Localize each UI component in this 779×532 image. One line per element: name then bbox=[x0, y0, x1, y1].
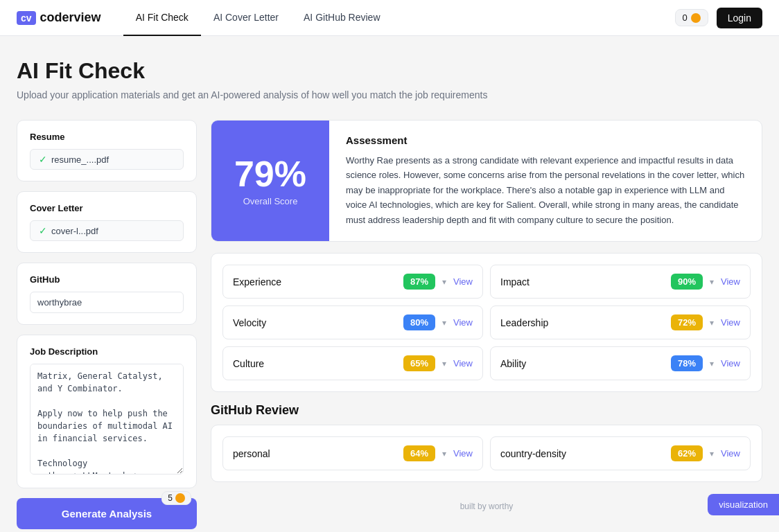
metric-name-leadership: Leadership bbox=[500, 317, 664, 328]
github-card: GitHub bbox=[17, 263, 197, 325]
github-metric-score-personal: 64% bbox=[403, 445, 435, 461]
github-review-title: GitHub Review bbox=[211, 403, 762, 418]
score-card: 79% Overall Score Assessment Worthy Rae … bbox=[211, 120, 762, 242]
metric-score-velocity: 80% bbox=[403, 314, 435, 330]
resume-file-badge[interactable]: ✓ resume_....pdf bbox=[30, 149, 184, 170]
github-review-section: GitHub Review personal 64% ▾ View countr… bbox=[211, 403, 762, 482]
metric-score-experience: 87% bbox=[403, 274, 435, 290]
github-metric-row: country-density 62% ▾ View bbox=[490, 436, 751, 470]
metric-name-culture: Culture bbox=[233, 358, 396, 369]
github-label: GitHub bbox=[30, 274, 184, 285]
assessment-title: Assessment bbox=[346, 134, 745, 146]
view-personal-link[interactable]: View bbox=[453, 448, 473, 459]
view-leadership-link[interactable]: View bbox=[721, 317, 740, 328]
github-metric-name-personal: personal bbox=[233, 448, 396, 459]
nav-github-review[interactable]: AI GitHub Review bbox=[291, 0, 392, 36]
score-circle: 79% Overall Score bbox=[211, 121, 329, 241]
view-velocity-link[interactable]: View bbox=[453, 317, 473, 328]
nav-right: 0 Login bbox=[675, 8, 763, 28]
cover-letter-filename: cover-l...pdf bbox=[51, 226, 98, 236]
logo: cv coderview bbox=[17, 10, 101, 25]
metric-score-impact: 90% bbox=[671, 274, 703, 290]
chevron-down-icon[interactable]: ▾ bbox=[710, 318, 714, 328]
credits-badge: 0 bbox=[675, 9, 708, 26]
chevron-down-icon[interactable]: ▾ bbox=[442, 359, 446, 369]
page-title: AI Fit Check bbox=[17, 58, 762, 84]
view-experience-link[interactable]: View bbox=[453, 276, 473, 287]
github-metric-row: personal 64% ▾ View bbox=[222, 436, 483, 470]
view-impact-link[interactable]: View bbox=[721, 276, 740, 287]
job-description-input[interactable]: Matrix, General Catalyst, and Y Combinat… bbox=[30, 364, 184, 475]
resume-filename: resume_....pdf bbox=[51, 154, 109, 165]
chevron-down-icon[interactable]: ▾ bbox=[710, 359, 714, 369]
metric-name-velocity: Velocity bbox=[233, 317, 396, 328]
metric-row: Impact 90% ▾ View bbox=[490, 265, 751, 299]
chevron-down-icon[interactable]: ▾ bbox=[710, 277, 714, 287]
github-metric-score-country-density: 62% bbox=[671, 445, 703, 461]
metric-row: Ability 78% ▾ View bbox=[490, 346, 751, 380]
logo-text: coderview bbox=[40, 10, 101, 25]
job-description-card: Job Description Matrix, General Catalyst… bbox=[17, 335, 197, 488]
metric-score-leadership: 72% bbox=[671, 314, 703, 330]
right-panel: 79% Overall Score Assessment Worthy Rae … bbox=[211, 120, 762, 520]
footer-built-by: built by worthy bbox=[211, 493, 762, 520]
metric-score-ability: 78% bbox=[671, 355, 703, 371]
view-country-density-link[interactable]: View bbox=[721, 448, 740, 459]
chevron-down-icon[interactable]: ▾ bbox=[442, 318, 446, 328]
main-layout: Resume ✓ resume_....pdf Cover Letter ✓ c… bbox=[17, 120, 762, 529]
logo-icon: cv bbox=[17, 11, 36, 25]
resume-card: Resume ✓ resume_....pdf bbox=[17, 120, 197, 181]
cover-letter-file-badge[interactable]: ✓ cover-l...pdf bbox=[30, 220, 184, 241]
navbar: cv coderview AI Fit Check AI Cover Lette… bbox=[0, 0, 779, 36]
metric-row: Leadership 72% ▾ View bbox=[490, 305, 751, 339]
metric-name-impact: Impact bbox=[500, 276, 664, 287]
job-description-label: Job Description bbox=[30, 346, 184, 357]
metric-score-culture: 65% bbox=[403, 355, 435, 371]
resume-label: Resume bbox=[30, 132, 184, 142]
chevron-down-icon[interactable]: ▾ bbox=[442, 449, 446, 459]
metric-name-ability: Ability bbox=[500, 358, 664, 369]
left-panel: Resume ✓ resume_....pdf Cover Letter ✓ c… bbox=[17, 120, 197, 529]
nav-fit-check[interactable]: AI Fit Check bbox=[123, 0, 201, 36]
generate-coin-icon bbox=[175, 493, 185, 503]
assessment-text: Worthy Rae presents as a strong candidat… bbox=[346, 153, 745, 227]
github-metric-name-country-density: country-density bbox=[500, 448, 664, 459]
credits-count: 0 bbox=[683, 12, 688, 23]
view-ability-link[interactable]: View bbox=[721, 358, 740, 369]
coin-icon bbox=[691, 13, 701, 23]
metric-name-experience: Experience bbox=[233, 276, 396, 287]
credits-float: 5 bbox=[161, 491, 191, 505]
cover-letter-label: Cover Letter bbox=[30, 203, 184, 213]
metric-row: Velocity 80% ▾ View bbox=[222, 305, 483, 339]
chevron-down-icon[interactable]: ▾ bbox=[442, 277, 446, 287]
github-input[interactable] bbox=[30, 292, 184, 313]
metrics-grid: Experience 87% ▾ View Impact 90% ▾ View … bbox=[211, 253, 762, 392]
nav-cover-letter[interactable]: AI Cover Letter bbox=[201, 0, 291, 36]
assessment-wrap: Assessment Worthy Rae presents as a stro… bbox=[329, 121, 762, 241]
view-culture-link[interactable]: View bbox=[453, 358, 473, 369]
github-review-grid: personal 64% ▾ View country-density 62% … bbox=[211, 425, 762, 482]
generate-btn-wrap: 5 Generate Analysis bbox=[17, 498, 197, 529]
nav-links: AI Fit Check AI Cover Letter AI GitHub R… bbox=[123, 0, 393, 36]
chevron-down-icon[interactable]: ▾ bbox=[710, 449, 714, 459]
cover-letter-check-icon: ✓ bbox=[39, 225, 47, 236]
visualization-badge[interactable]: visualization bbox=[708, 494, 779, 515]
score-label: Overall Score bbox=[243, 196, 298, 206]
cover-letter-card: Cover Letter ✓ cover-l...pdf bbox=[17, 191, 197, 253]
metric-row: Culture 65% ▾ View bbox=[222, 346, 483, 380]
page: AI Fit Check Upload your application mat… bbox=[0, 36, 779, 532]
generate-credits-count: 5 bbox=[168, 493, 173, 503]
page-subtitle: Upload your application materials and ge… bbox=[17, 89, 762, 100]
score-value: 79% bbox=[234, 156, 306, 192]
resume-check-icon: ✓ bbox=[39, 154, 47, 165]
metric-row: Experience 87% ▾ View bbox=[222, 265, 483, 299]
login-button[interactable]: Login bbox=[717, 8, 762, 28]
